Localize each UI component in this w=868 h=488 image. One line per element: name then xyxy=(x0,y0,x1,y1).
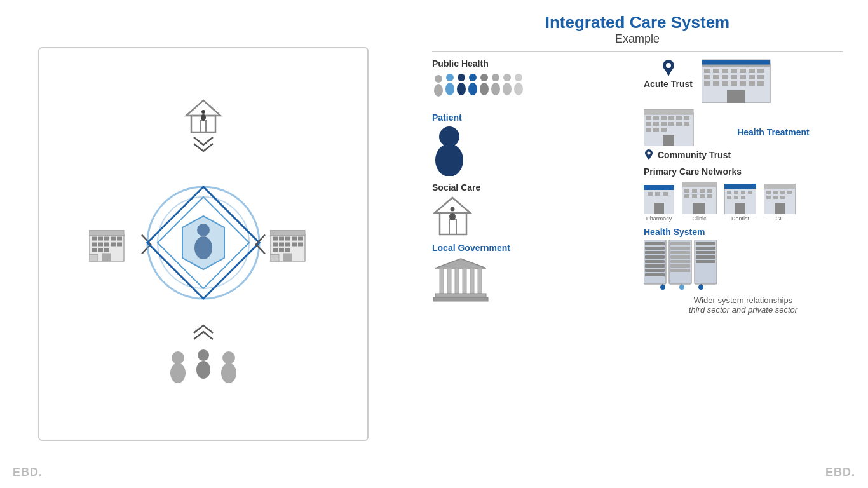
svg-point-56 xyxy=(446,74,454,81)
svg-rect-149 xyxy=(700,194,705,198)
svg-rect-145 xyxy=(700,189,705,193)
svg-point-66 xyxy=(503,74,511,81)
svg-rect-143 xyxy=(684,189,689,193)
svg-rect-82 xyxy=(470,268,474,294)
chevron-down-icon xyxy=(191,135,216,154)
svg-rect-34 xyxy=(285,237,290,241)
svg-rect-186 xyxy=(670,260,690,263)
community-pin-icon xyxy=(644,149,654,161)
svg-point-57 xyxy=(445,83,454,95)
svg-rect-110 xyxy=(740,81,746,86)
svg-point-67 xyxy=(503,83,512,95)
svg-rect-100 xyxy=(713,75,719,79)
svg-rect-120 xyxy=(676,116,682,120)
svg-rect-118 xyxy=(661,116,667,120)
svg-rect-105 xyxy=(757,75,764,79)
svg-rect-81 xyxy=(463,268,466,294)
svg-rect-97 xyxy=(749,69,755,73)
svg-rect-125 xyxy=(668,122,674,126)
watermark-right: EBD. xyxy=(825,466,855,479)
health-system-section: Health System xyxy=(644,227,843,290)
house-icon-top xyxy=(184,98,223,154)
svg-point-52 xyxy=(222,351,235,364)
svg-rect-84 xyxy=(435,294,486,297)
svg-point-51 xyxy=(196,361,210,379)
page-subtitle: Example xyxy=(432,32,843,46)
svg-rect-85 xyxy=(433,297,488,301)
svg-rect-96 xyxy=(740,69,746,73)
svg-rect-12 xyxy=(92,243,97,247)
svg-rect-159 xyxy=(734,196,738,199)
svg-rect-83 xyxy=(478,268,482,294)
svg-point-68 xyxy=(515,74,522,81)
svg-rect-92 xyxy=(704,69,710,73)
svg-rect-183 xyxy=(670,247,690,250)
svg-rect-164 xyxy=(766,191,771,194)
diagram-box xyxy=(38,47,369,441)
svg-rect-10 xyxy=(111,237,116,241)
svg-rect-22 xyxy=(89,255,98,262)
svg-rect-185 xyxy=(670,255,690,259)
svg-rect-130 xyxy=(661,128,667,132)
svg-rect-147 xyxy=(684,194,689,198)
svg-point-29 xyxy=(194,236,212,259)
svg-rect-14 xyxy=(104,243,109,247)
svg-rect-47 xyxy=(270,255,279,262)
svg-rect-160 xyxy=(741,196,745,199)
svg-rect-151 xyxy=(693,203,705,214)
left-column: Public Health xyxy=(432,58,631,464)
dentist-label: Dentist xyxy=(731,215,749,222)
svg-point-61 xyxy=(468,83,477,95)
svg-rect-163 xyxy=(764,184,796,189)
svg-rect-137 xyxy=(648,192,653,196)
svg-rect-108 xyxy=(722,81,728,86)
svg-rect-103 xyxy=(740,75,746,79)
central-element xyxy=(140,179,267,309)
svg-rect-111 xyxy=(749,81,755,86)
svg-rect-6 xyxy=(89,231,124,236)
svg-rect-16 xyxy=(117,243,122,247)
svg-rect-175 xyxy=(645,251,665,254)
svg-rect-19 xyxy=(104,248,109,252)
public-health-people xyxy=(432,71,559,100)
svg-rect-94 xyxy=(722,69,728,73)
svg-rect-178 xyxy=(645,264,665,268)
svg-rect-179 xyxy=(645,269,665,272)
svg-point-59 xyxy=(457,83,466,95)
svg-rect-43 xyxy=(279,248,284,252)
svg-rect-39 xyxy=(285,243,290,247)
svg-rect-131 xyxy=(663,135,674,146)
svg-rect-168 xyxy=(766,196,771,199)
svg-rect-154 xyxy=(727,191,731,194)
svg-point-75 xyxy=(451,207,455,212)
health-treatment-section: Community Trust Health Treatment xyxy=(644,108,843,161)
svg-rect-150 xyxy=(707,194,712,198)
svg-point-65 xyxy=(491,83,500,95)
svg-rect-157 xyxy=(748,191,752,194)
svg-rect-44 xyxy=(285,248,290,252)
svg-marker-77 xyxy=(435,259,486,268)
svg-rect-165 xyxy=(773,191,778,194)
building-right xyxy=(254,227,318,262)
health-treatment-label: Health Treatment xyxy=(737,127,810,137)
svg-rect-173 xyxy=(645,242,665,245)
svg-rect-8 xyxy=(98,237,103,241)
svg-point-76 xyxy=(449,213,456,220)
clinic-label: Clinic xyxy=(692,215,706,222)
svg-rect-102 xyxy=(731,75,737,79)
svg-rect-129 xyxy=(653,128,659,132)
svg-rect-11 xyxy=(117,237,122,241)
svg-rect-7 xyxy=(92,237,97,241)
svg-point-53 xyxy=(221,363,236,383)
patient-label: Patient xyxy=(432,112,462,123)
gp-label: GP xyxy=(775,215,783,222)
social-care-label: Social Care xyxy=(432,182,480,193)
svg-rect-127 xyxy=(684,122,689,126)
center-diagram xyxy=(95,98,311,390)
svg-rect-35 xyxy=(292,237,297,241)
svg-point-28 xyxy=(197,224,210,236)
svg-rect-95 xyxy=(731,69,737,73)
wider-system-line2: third sector and private sector xyxy=(689,305,797,315)
svg-rect-109 xyxy=(731,81,737,86)
svg-point-58 xyxy=(458,74,465,81)
